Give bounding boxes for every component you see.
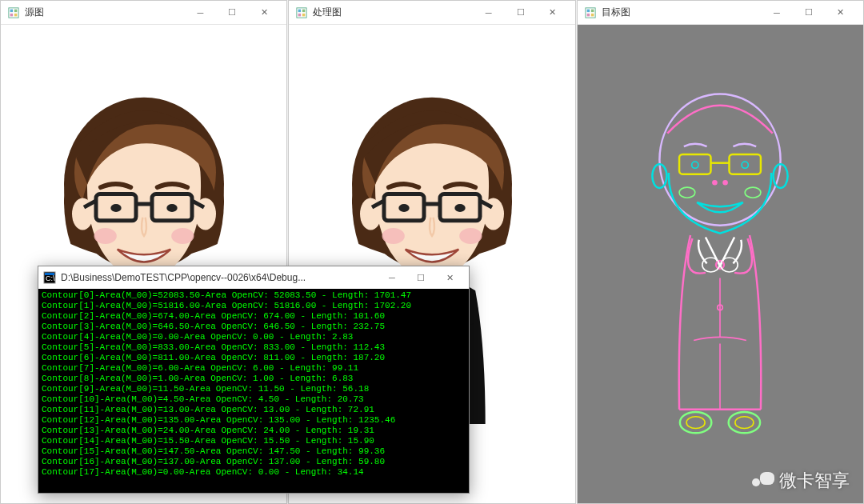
console-line: Contour[2]-Area(M_00)=674.00-Area OpenCV… <box>42 311 466 322</box>
close-button[interactable]: ✕ <box>435 266 464 289</box>
console-line: Contour[13]-Area(M_00)=24.00-Area OpenCV… <box>42 426 466 436</box>
window-title: 源图 <box>25 6 184 19</box>
console-line: Contour[15]-Area(M_00)=147.50-Area OpenC… <box>42 446 466 457</box>
svg-point-36 <box>459 228 482 244</box>
svg-rect-4 <box>14 13 18 16</box>
svg-rect-2 <box>14 9 18 12</box>
console-line: Contour[6]-Area(M_00)=811.00-Area OpenCV… <box>42 353 466 363</box>
console-line: Contour[0]-Area(M_00)=52083.50-Area Open… <box>42 290 466 301</box>
image-canvas <box>578 25 863 503</box>
titlebar[interactable]: 目标图 ─ ☐ ✕ <box>578 1 863 25</box>
console-line: Contour[11]-Area(M_00)=13.00-Area OpenCV… <box>42 405 466 415</box>
svg-rect-41 <box>586 9 590 12</box>
svg-rect-48 <box>679 154 710 174</box>
svg-point-62 <box>686 417 705 429</box>
window-title: 处理图 <box>313 6 472 19</box>
minimize-button[interactable]: ─ <box>761 1 793 25</box>
svg-point-34 <box>454 204 465 212</box>
svg-rect-24 <box>302 13 306 16</box>
svg-rect-22 <box>302 9 306 12</box>
svg-rect-3 <box>10 13 14 16</box>
console-window: C:\ D:\Business\DemoTEST\CPP\opencv--002… <box>38 266 470 494</box>
console-output[interactable]: Contour[0]-Area(M_00)=52083.50-Area Open… <box>38 289 469 493</box>
svg-point-15 <box>94 228 116 244</box>
close-button[interactable]: ✕ <box>825 1 857 25</box>
titlebar[interactable]: 处理图 ─ ☐ ✕ <box>289 1 574 25</box>
close-button[interactable]: ✕ <box>537 1 569 25</box>
minimize-button[interactable]: ─ <box>378 266 406 289</box>
console-line: Contour[8]-Area(M_00)=1.00-Area OpenCV: … <box>42 374 466 384</box>
svg-point-33 <box>398 204 409 212</box>
console-title: D:\Business\DemoTEST\CPP\opencv--0026\x6… <box>61 272 378 283</box>
maximize-button[interactable]: ☐ <box>216 1 248 25</box>
app-icon <box>295 6 308 19</box>
svg-rect-21 <box>298 9 302 12</box>
window-title: 目标图 <box>602 6 761 19</box>
image-window-2: 目标图 ─ ☐ ✕ <box>577 0 864 504</box>
svg-point-63 <box>729 412 760 433</box>
minimize-button[interactable]: ─ <box>184 1 216 25</box>
svg-point-13 <box>110 204 121 212</box>
svg-text:C:\: C:\ <box>46 274 55 282</box>
svg-rect-49 <box>730 154 761 174</box>
app-icon <box>7 6 20 19</box>
svg-point-51 <box>692 162 698 168</box>
svg-point-54 <box>723 180 729 186</box>
svg-point-56 <box>746 187 762 198</box>
svg-point-64 <box>735 417 754 429</box>
console-line: Contour[14]-Area(M_00)=15.50-Area OpenCV… <box>42 436 466 446</box>
maximize-button[interactable]: ☐ <box>793 1 825 25</box>
svg-point-55 <box>679 187 695 198</box>
maximize-button[interactable]: ☐ <box>406 266 435 289</box>
svg-point-52 <box>742 162 748 168</box>
svg-rect-44 <box>591 13 594 16</box>
console-line: Contour[5]-Area(M_00)=833.00-Area OpenCV… <box>42 342 466 353</box>
wechat-icon <box>750 470 774 491</box>
console-line: Contour[12]-Area(M_00)=135.00-Area OpenC… <box>42 415 466 426</box>
console-line: Contour[17]-Area(M_00)=0.00-Area OpenCV:… <box>42 467 466 478</box>
app-icon <box>584 6 597 19</box>
console-icon: C:\ <box>43 271 56 284</box>
console-titlebar[interactable]: C:\ D:\Business\DemoTEST\CPP\opencv--002… <box>38 266 469 289</box>
console-line: Contour[3]-Area(M_00)=646.50-Area OpenCV… <box>42 322 466 332</box>
svg-point-53 <box>712 180 718 186</box>
svg-rect-42 <box>591 9 594 12</box>
console-line: Contour[16]-Area(M_00)=137.00-Area OpenC… <box>42 457 466 467</box>
console-line: Contour[7]-Area(M_00)=6.00-Area OpenCV: … <box>42 363 466 374</box>
maximize-button[interactable]: ☐ <box>505 1 537 25</box>
svg-point-35 <box>382 228 404 244</box>
console-line: Contour[4]-Area(M_00)=0.00-Area OpenCV: … <box>42 332 466 342</box>
svg-point-16 <box>171 228 194 244</box>
svg-rect-1 <box>10 9 14 12</box>
minimize-button[interactable]: ─ <box>473 1 505 25</box>
watermark: 微卡智享 <box>750 469 850 493</box>
titlebar[interactable]: 源图 ─ ☐ ✕ <box>1 1 286 25</box>
console-line: Contour[10]-Area(M_00)=4.50-Area OpenCV:… <box>42 394 466 405</box>
watermark-text: 微卡智享 <box>779 469 850 493</box>
svg-rect-43 <box>586 13 590 16</box>
svg-point-61 <box>680 412 711 433</box>
svg-rect-23 <box>298 13 302 16</box>
close-button[interactable]: ✕ <box>248 1 280 25</box>
console-line: Contour[1]-Area(M_00)=51816.00-Area Open… <box>42 301 466 311</box>
console-line: Contour[9]-Area(M_00)=11.50-Area OpenCV:… <box>42 384 466 394</box>
svg-point-14 <box>166 204 177 212</box>
